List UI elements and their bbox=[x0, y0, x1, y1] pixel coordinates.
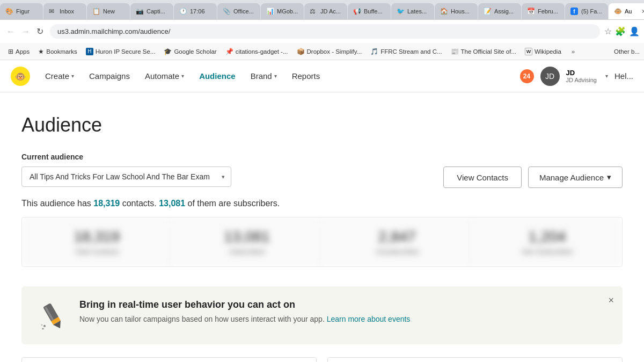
address-bar: ← → ↻ ☆ 🧩 👤 bbox=[0, 19, 644, 43]
user-org: JD Advising bbox=[566, 77, 597, 83]
nav-automate[interactable]: Automate ▾ bbox=[138, 67, 191, 85]
reports-label: Reports bbox=[292, 71, 320, 81]
bookmark-star-icon[interactable]: ☆ bbox=[604, 26, 612, 37]
tab-favicon-office: 📎 bbox=[223, 8, 230, 15]
nav-create[interactable]: Create ▾ bbox=[39, 67, 80, 85]
bookmark-wikipedia[interactable]: W Wikipedia bbox=[521, 46, 565, 57]
tab-office[interactable]: 📎 Office... bbox=[217, 3, 260, 19]
stats-suffix-text: of them are subscribers. bbox=[185, 199, 280, 208]
current-audience-label: Current audience bbox=[21, 153, 623, 161]
stat-card-non-subscribed-num: 1,204 bbox=[485, 228, 609, 245]
tab-bar: 🎨 Figur ✉ Inbox 📋 New 📷 Capti... 🕐 17:06… bbox=[0, 0, 644, 19]
audience-controls: All Tips And Tricks For Law School And T… bbox=[21, 166, 623, 188]
banner-text: Now you can tailor campaigns based on ho… bbox=[79, 315, 608, 323]
ffrc-bookmark-icon: 🎵 bbox=[370, 48, 378, 55]
tab-label-audience: Au bbox=[625, 8, 632, 15]
action-buttons: View Contacts Manage Audience ▾ bbox=[443, 166, 623, 188]
tab-audience-active[interactable]: 🐵 Au ✕ bbox=[609, 3, 644, 19]
banner-close-button[interactable]: × bbox=[608, 295, 614, 306]
bookmark-citations[interactable]: 📌 citations-gadget -... bbox=[222, 46, 292, 57]
tab-label-latest: Lates... bbox=[407, 8, 427, 15]
avatar-initials: JD bbox=[545, 72, 554, 81]
tab-favicon-jd: ⚖ bbox=[310, 8, 317, 15]
tab-gmail[interactable]: ✉ Inbox bbox=[43, 3, 86, 19]
notification-badge[interactable]: 24 bbox=[520, 69, 534, 83]
bookmark-official[interactable]: 📰 The Official Site of... bbox=[447, 46, 520, 57]
app-nav: 🐵 Create ▾ Campaigns Automate ▾ Audience bbox=[0, 60, 644, 92]
scholar-bookmark-icon: 🎓 bbox=[164, 48, 172, 55]
tab-favicon-time: 🕐 bbox=[179, 8, 187, 15]
app-logo[interactable]: 🐵 bbox=[11, 67, 30, 86]
stat-card-unsubscribed: 2,847 Unsubscribed bbox=[322, 218, 472, 266]
address-bar-icons: ☆ 🧩 👤 bbox=[604, 26, 640, 37]
nav-brand[interactable]: Brand ▾ bbox=[244, 67, 283, 85]
create-label: Create bbox=[45, 71, 69, 81]
browser-frame: 🎨 Figur ✉ Inbox 📋 New 📷 Capti... 🕐 17:06… bbox=[0, 0, 644, 362]
tab-caption[interactable]: 📷 Capti... bbox=[130, 3, 173, 19]
stats-prefix-text: This audience has bbox=[21, 199, 93, 208]
forward-button[interactable]: → bbox=[19, 25, 32, 38]
tab-assign[interactable]: 📝 Assig... bbox=[478, 3, 521, 19]
tab-jd[interactable]: ⚖ JD Ac... bbox=[304, 3, 347, 19]
back-button[interactable]: ← bbox=[4, 25, 17, 38]
nav-right: 24 JD JD JD Advising ▾ Hel... bbox=[520, 67, 634, 86]
bookmark-scholar[interactable]: 🎓 Google Scholar bbox=[160, 46, 220, 57]
profile-icon[interactable]: 👤 bbox=[629, 26, 640, 37]
banner-title: Bring in real-time user behavior you can… bbox=[79, 299, 608, 310]
tab-latest[interactable]: 🐦 Lates... bbox=[391, 3, 434, 19]
user-chevron-icon[interactable]: ▾ bbox=[605, 73, 608, 79]
help-button[interactable]: Hel... bbox=[614, 71, 633, 81]
wikipedia-bookmark-icon: W bbox=[525, 48, 532, 55]
citations-bookmark-icon: 📌 bbox=[225, 48, 233, 55]
url-bar[interactable] bbox=[50, 24, 600, 39]
nav-reports[interactable]: Reports bbox=[286, 67, 327, 85]
huron-bookmark-icon: H bbox=[86, 48, 93, 55]
tab-mgobe[interactable]: 📊 MGob... bbox=[261, 3, 304, 19]
other-bookmarks-link[interactable]: Other b... bbox=[614, 48, 640, 55]
bookmark-apps[interactable]: ⊞ Apps bbox=[4, 46, 33, 57]
stat-card-non-subscribed-label: Non-Subscribed bbox=[485, 248, 609, 256]
stat-card-unsubscribed-label: Unsubscribed bbox=[335, 248, 459, 256]
manage-audience-label: Manage Audience bbox=[539, 173, 604, 182]
tab-fb[interactable]: f (5) Fa... bbox=[565, 3, 608, 19]
tab-buffer[interactable]: 📢 Buffe... bbox=[348, 3, 391, 19]
nav-audience[interactable]: Audience bbox=[193, 67, 242, 85]
tab-new[interactable]: 📋 New bbox=[87, 3, 130, 19]
tab-febru[interactable]: 📅 Febru... bbox=[522, 3, 565, 19]
nav-campaigns[interactable]: Campaigns bbox=[83, 67, 136, 85]
manage-audience-button[interactable]: Manage Audience ▾ bbox=[528, 166, 623, 188]
tab-close-icon[interactable]: ✕ bbox=[641, 8, 644, 15]
bookmarks-more-button[interactable]: » bbox=[568, 47, 578, 56]
bookmark-bookmarks[interactable]: ★ Bookmarks bbox=[34, 46, 81, 57]
tab-favicon-assign: 📝 bbox=[484, 8, 491, 15]
banner-learn-more-link[interactable]: Learn more about events bbox=[327, 315, 411, 323]
tab-house[interactable]: 🏠 Hous... bbox=[435, 3, 478, 19]
bookmark-ffrc[interactable]: 🎵 FFRC Stream and C... bbox=[367, 46, 445, 57]
audience-select[interactable]: All Tips And Tricks For Law School And T… bbox=[21, 166, 231, 187]
stat-card-contacts: 18,319 Total Contacts bbox=[22, 218, 172, 266]
bookmark-dropbox[interactable]: 📦 Dropbox - Simplify... bbox=[293, 46, 366, 57]
tab-figma[interactable]: 🎨 Figur bbox=[0, 3, 43, 19]
svg-text:🐵: 🐵 bbox=[15, 71, 26, 82]
stat-card-unsubscribed-num: 2,847 bbox=[335, 228, 459, 245]
bookmark-scholar-label: Google Scholar bbox=[174, 48, 216, 55]
tab-time[interactable]: 🕐 17:06 bbox=[174, 3, 217, 19]
view-contacts-button[interactable]: View Contacts bbox=[443, 166, 522, 188]
page-title: Audience bbox=[21, 114, 623, 136]
tab-label-house: Hous... bbox=[451, 8, 470, 15]
tab-favicon-fb: f bbox=[570, 8, 578, 15]
reload-button[interactable]: ↻ bbox=[34, 25, 46, 38]
bookmark-huron-label: Huron IP Secure Se... bbox=[96, 48, 156, 55]
tab-label-mgobe: MGob... bbox=[277, 8, 298, 15]
tab-label-gmail: Inbox bbox=[60, 8, 74, 15]
tab-label-figma: Figur bbox=[16, 8, 30, 15]
tab-label-fb: (5) Fa... bbox=[581, 8, 602, 15]
brand-label: Brand bbox=[251, 71, 272, 81]
star-bookmark-icon: ★ bbox=[38, 48, 44, 55]
tab-label-assign: Assig... bbox=[494, 8, 514, 15]
audience-nav-label: Audience bbox=[199, 71, 236, 81]
tab-favicon-buffer: 📢 bbox=[353, 8, 361, 15]
extensions-icon[interactable]: 🧩 bbox=[615, 26, 626, 37]
bookmark-huron[interactable]: H Huron IP Secure Se... bbox=[82, 46, 159, 57]
apps-bookmark-icon: ⊞ bbox=[8, 48, 13, 55]
